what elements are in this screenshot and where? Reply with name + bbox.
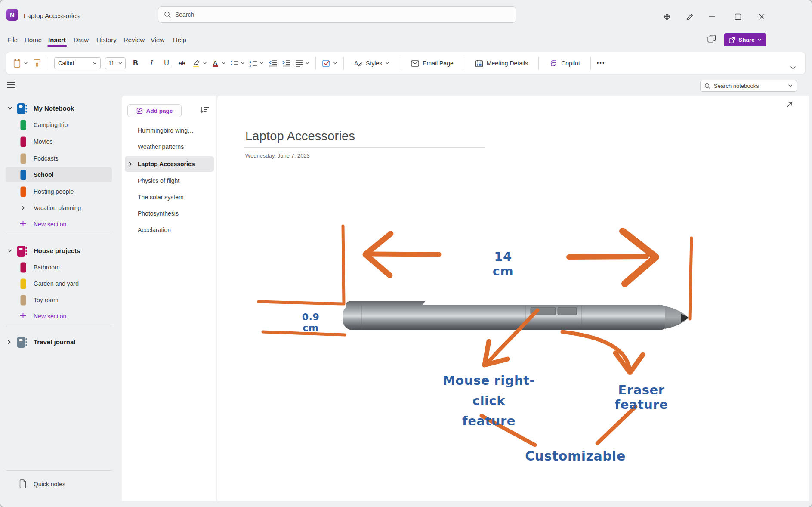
maximize-button[interactable] [732, 10, 744, 23]
italic-button[interactable]: I [145, 59, 157, 67]
strikethrough-button[interactable]: ab [176, 60, 188, 67]
todo-checkbox-icon [322, 59, 331, 68]
page-item[interactable]: Physics of flight [125, 173, 214, 189]
ink-label-mouse-feature[interactable]: Mouse right-click feature [434, 371, 544, 431]
stylus-pen-image[interactable] [343, 301, 689, 330]
quick-notes-button[interactable]: Quick notes [0, 478, 122, 491]
sidebar-section-hosting-people[interactable]: Hosting people [0, 185, 122, 198]
menu-insert[interactable]: Insert [48, 36, 66, 43]
sidebar-section-school[interactable]: School [0, 168, 122, 181]
email-page-button[interactable]: Email Page [406, 59, 458, 68]
menu-file[interactable]: File [7, 36, 18, 43]
meeting-details-button[interactable]: Meeting Details [470, 59, 533, 68]
search-notebooks-input[interactable]: Search notebooks [700, 80, 797, 92]
chevron-down-icon [788, 84, 793, 87]
svg-text:2: 2 [250, 64, 252, 67]
format-painter-button[interactable] [32, 59, 42, 68]
menu-history[interactable]: History [96, 36, 117, 43]
page-item[interactable]: Photosynthesis [125, 206, 214, 221]
feedback-pen-icon[interactable] [683, 11, 696, 24]
page-item[interactable]: Hummingbird wing… [125, 123, 214, 138]
envelope-icon [411, 59, 420, 68]
alignment-button[interactable] [295, 59, 309, 67]
paste-button[interactable] [13, 59, 28, 68]
section-tab-icon [20, 153, 26, 164]
sidebar-group-vacation-planning[interactable]: Vacation planning [0, 201, 122, 214]
sidebar-notebook-travel-journal[interactable]: Travel journal [0, 336, 122, 349]
search-input[interactable]: Search [158, 6, 516, 23]
rewards-diamond-icon[interactable] [661, 11, 673, 24]
new-section-button[interactable]: New section [0, 218, 122, 231]
ink-label-eraser-feature[interactable]: Eraser feature [593, 383, 690, 412]
chevron-down-icon [24, 62, 28, 65]
ink-label-length[interactable]: 14 cm [484, 249, 522, 278]
plus-icon [20, 220, 26, 227]
add-page-label: Add page [146, 108, 173, 114]
sidebar-notebook-house-projects[interactable]: House projects [0, 244, 122, 257]
add-page-icon [136, 107, 143, 114]
increase-indent-button[interactable] [281, 59, 290, 68]
sidebar-notebook-my-notebook[interactable]: My Notebook [0, 102, 122, 115]
decrease-indent-button[interactable] [268, 59, 277, 68]
sidebar-section-bathroom[interactable]: Bathroom [0, 261, 122, 274]
numbered-list-button[interactable]: 1 2 [249, 59, 264, 67]
bullet-list-icon [230, 59, 238, 67]
svg-text:A: A [213, 59, 218, 65]
menu-draw[interactable]: Draw [74, 36, 89, 43]
bullet-list-button[interactable] [230, 59, 245, 67]
quick-notes-page-icon [19, 479, 27, 488]
sidebar-section-movies[interactable]: Movies [0, 135, 122, 148]
chevron-down-icon [222, 62, 226, 65]
docking-copies-icon[interactable] [707, 34, 716, 43]
page-item-selected[interactable]: Laptop Accessories [125, 156, 214, 172]
bold-button[interactable]: B [130, 59, 141, 67]
more-options-button[interactable]: ••• [597, 60, 605, 66]
chevron-down-icon [7, 106, 12, 110]
menu-view[interactable]: View [151, 36, 164, 43]
chevron-down-icon [305, 62, 309, 65]
sidebar-section-toy-room[interactable]: Toy room [0, 294, 122, 306]
alignment-icon [295, 59, 303, 67]
todo-tag-button[interactable] [322, 59, 337, 68]
chevron-right-icon [129, 162, 132, 167]
minimize-button[interactable] [706, 10, 719, 23]
sort-pages-icon[interactable] [200, 106, 209, 114]
navigation-menu-icon[interactable] [7, 82, 15, 88]
sidebar-section-camping-trip[interactable]: Camping trip [0, 118, 122, 131]
ink-label-customizable[interactable]: Customizable [522, 448, 629, 464]
svg-text:1: 1 [250, 60, 252, 64]
increase-indent-icon [281, 59, 290, 68]
ribbon-toolbar: Cailbri 11 B I U ab A [6, 52, 806, 74]
ribbon-collapse-chevron[interactable] [790, 66, 796, 70]
chevron-down-icon [385, 62, 389, 65]
menu-review[interactable]: Review [123, 36, 145, 43]
page-item[interactable]: The solar system [125, 189, 214, 205]
sidebar-section-podcasts[interactable]: Podcasts [0, 152, 122, 165]
sidebar-section-garden-and-yard[interactable]: Garden and yard [0, 277, 122, 290]
page-item[interactable]: Accelaration [125, 222, 214, 238]
font-size-select[interactable]: 11 [105, 57, 126, 69]
font-name-select[interactable]: Cailbri [54, 57, 101, 69]
font-color-button[interactable]: A [211, 59, 226, 68]
underline-button[interactable]: U [161, 59, 172, 67]
notebook-icon [17, 103, 28, 114]
menu-help[interactable]: Help [173, 36, 186, 43]
share-button[interactable]: Share [724, 33, 766, 46]
add-page-button[interactable]: Add page [127, 104, 182, 117]
new-section-button[interactable]: New section [0, 310, 122, 323]
format-painter-icon [32, 59, 42, 68]
chevron-down-icon [7, 249, 12, 253]
section-tab-icon [20, 295, 26, 306]
window-title: Laptop Accessories [24, 12, 80, 19]
close-button[interactable] [755, 10, 768, 23]
copilot-button[interactable]: Copilot [545, 59, 584, 68]
highlighter-button[interactable] [192, 59, 207, 68]
chevron-right-icon [21, 205, 25, 210]
menu-home[interactable]: Home [25, 36, 42, 43]
page-item[interactable]: Weather patterns [125, 139, 214, 155]
ink-label-diameter[interactable]: 0.9 cm [293, 312, 328, 333]
plus-icon [20, 312, 26, 319]
styles-button[interactable]: A Styles [350, 59, 394, 67]
section-tab-icon [20, 120, 26, 130]
section-tab-icon [20, 170, 26, 180]
